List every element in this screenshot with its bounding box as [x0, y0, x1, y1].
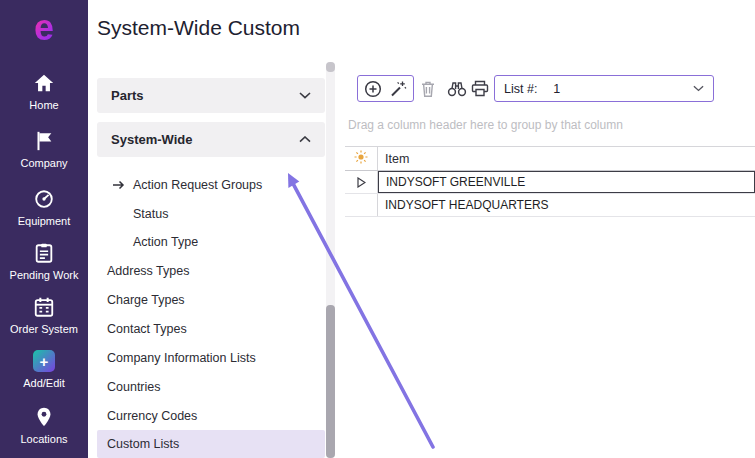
- sidebar-item-add-edit[interactable]: + Add/Edit: [0, 350, 88, 389]
- equipment-icon: [33, 188, 55, 210]
- scrollbar-thumb[interactable]: [326, 305, 335, 458]
- add-record-button[interactable]: [364, 80, 382, 98]
- sidebar-item-equipment[interactable]: Equipment: [0, 188, 88, 227]
- nav-item-action-request-groups[interactable]: Action Request Groups: [97, 170, 325, 199]
- nav-item-address-types[interactable]: Address Types: [97, 256, 325, 285]
- nav-item-label: Charge Types: [107, 293, 185, 307]
- delete-button[interactable]: [420, 80, 436, 98]
- nav-item-currency-codes[interactable]: Currency Codes: [97, 401, 325, 430]
- section-label: System-Wide: [111, 132, 193, 147]
- table-row[interactable]: INDYSOFT HEADQUARTERS: [345, 194, 755, 217]
- arrow-right-icon: [112, 179, 126, 193]
- sidebar-item-company[interactable]: Company: [0, 130, 88, 169]
- pending-work-icon: [33, 242, 55, 264]
- list-number-label: List #:: [504, 82, 537, 96]
- order-system-icon: [33, 296, 55, 318]
- sidebar-item-home[interactable]: Home: [0, 72, 88, 111]
- nav-item-label: Countries: [107, 380, 161, 394]
- column-chooser-cell[interactable]: [345, 147, 378, 170]
- section-parts[interactable]: Parts: [97, 78, 325, 113]
- nav-item-label: Action Type: [133, 235, 198, 249]
- nav-item-label: Contact Types: [107, 322, 187, 336]
- add-edit-icon: +: [33, 350, 55, 372]
- section-label: Parts: [111, 88, 144, 103]
- search-binoculars-button[interactable]: [447, 80, 467, 97]
- sidebar-item-label: Locations: [20, 433, 67, 445]
- sidebar-item-pending-work[interactable]: Pending Work: [0, 242, 88, 281]
- print-button[interactable]: [471, 80, 489, 97]
- nav-item-charge-types[interactable]: Charge Types: [97, 285, 325, 314]
- chevron-down-icon: [299, 92, 311, 99]
- nav-panel-scrollbar[interactable]: [326, 62, 335, 458]
- sun-icon: [354, 150, 368, 168]
- item-cell[interactable]: INDYSOFT HEADQUARTERS: [378, 194, 755, 216]
- scrollbar-top-nub: [326, 62, 335, 72]
- sidebar-item-label: Home: [29, 99, 58, 111]
- grid-header-row: Item: [345, 146, 755, 171]
- group-by-hint: Drag a column header here to group by th…: [348, 118, 623, 132]
- nav-item-company-information-lists[interactable]: Company Information Lists: [97, 343, 325, 372]
- row-expander-icon[interactable]: [357, 177, 366, 188]
- nav-item-countries[interactable]: Countries: [97, 372, 325, 401]
- section-system-wide[interactable]: System-Wide: [97, 122, 325, 157]
- sidebar: e Home Company Equipment Pending Work: [0, 0, 88, 458]
- nav-item-label: Status: [133, 207, 168, 221]
- sidebar-item-label: Company: [20, 157, 67, 169]
- page-title: System-Wide Custom: [97, 16, 300, 40]
- app-window: e Home Company Equipment Pending Work: [0, 0, 755, 458]
- nav-item-contact-types[interactable]: Contact Types: [97, 314, 325, 343]
- nav-item-action-type[interactable]: Action Type: [97, 227, 325, 256]
- row-indicator-cell: [345, 194, 378, 216]
- edit-wand-button[interactable]: [389, 80, 407, 98]
- app-logo[interactable]: e: [0, 6, 88, 50]
- list-number-value: 1: [553, 82, 693, 96]
- nav-item-label: Custom Lists: [107, 437, 179, 451]
- row-indicator-cell: [345, 171, 378, 193]
- table-row[interactable]: INDYSOFT GREENVILLE: [345, 171, 755, 194]
- sidebar-item-label: Order System: [10, 323, 78, 335]
- list-number-dropdown[interactable]: List #: 1: [494, 75, 714, 102]
- nav-item-status[interactable]: Status: [97, 199, 325, 228]
- nav-item-label: Company Information Lists: [107, 351, 256, 365]
- home-icon: [33, 72, 55, 94]
- company-icon: [33, 130, 55, 152]
- locations-icon: [33, 406, 55, 428]
- nav-item-label: Currency Codes: [107, 409, 197, 423]
- sidebar-item-locations[interactable]: Locations: [0, 406, 88, 445]
- sidebar-item-label: Add/Edit: [23, 377, 65, 389]
- nav-item-label: Address Types: [107, 264, 189, 278]
- column-header-item[interactable]: Item: [378, 152, 409, 166]
- chevron-down-icon: [693, 85, 704, 92]
- chevron-up-icon: [299, 136, 311, 143]
- item-cell[interactable]: INDYSOFT GREENVILLE: [378, 171, 755, 193]
- items-grid: Item INDYSOFT GREENVILLE INDYSOFT HEADQU…: [345, 146, 755, 217]
- record-edit-button-group: [357, 75, 414, 102]
- sidebar-item-order-system[interactable]: Order System: [0, 296, 88, 335]
- nav-item-custom-lists[interactable]: Custom Lists: [97, 430, 325, 458]
- nav-item-label: Action Request Groups: [133, 178, 262, 192]
- sidebar-item-label: Equipment: [18, 215, 71, 227]
- sidebar-item-label: Pending Work: [10, 269, 79, 281]
- logo-e-icon: e: [34, 6, 54, 50]
